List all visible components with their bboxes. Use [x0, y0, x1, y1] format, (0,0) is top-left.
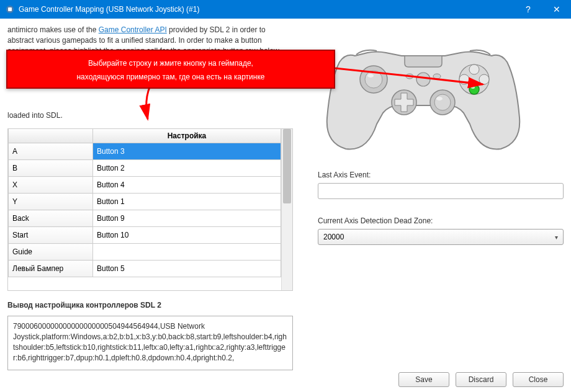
table-row[interactable]: BButton 2: [9, 160, 281, 177]
controller-image: [318, 31, 529, 155]
svg-point-14: [479, 74, 489, 84]
last-axis-label: Last Axis Event:: [318, 171, 564, 179]
row-label[interactable]: Y: [9, 194, 93, 210]
table-row[interactable]: StartButton 10: [9, 227, 281, 244]
api-link[interactable]: Game Controller API: [99, 25, 167, 34]
intro-pre: antimicro makes use of the: [7, 25, 99, 34]
dead-zone-label: Current Axis Detection Dead Zone:: [318, 216, 564, 225]
svg-point-17: [433, 74, 441, 79]
last-axis-input[interactable]: [318, 183, 564, 199]
app-icon: [5, 4, 15, 14]
row-value[interactable]: Button 2: [93, 160, 281, 177]
dialog-buttons: Save Discard Close: [398, 372, 564, 387]
close-window-button[interactable]: ✕: [542, 0, 571, 19]
help-button[interactable]: ?: [514, 0, 542, 19]
callout-line1: Выбирайте строку и жмите кнопку на геймп…: [88, 59, 253, 68]
row-label[interactable]: Back: [9, 210, 93, 227]
row-value[interactable]: [93, 244, 281, 261]
row-label[interactable]: B: [9, 160, 93, 177]
svg-point-8: [436, 97, 443, 100]
table-row[interactable]: Guide: [9, 244, 281, 261]
loaded-text: loaded into SDL.: [7, 111, 293, 120]
row-label[interactable]: Guide: [9, 244, 93, 261]
close-button[interactable]: Close: [513, 372, 564, 387]
row-value[interactable]: Button 10: [93, 227, 281, 244]
table-row[interactable]: YButton 1: [9, 194, 281, 210]
mapping-table-wrap: Настройка AButton 3BButton 2XButton 4YBu…: [7, 128, 293, 291]
svg-point-3: [365, 71, 382, 88]
mapping-table: Настройка AButton 3BButton 2XButton 4YBu…: [8, 129, 281, 277]
row-value[interactable]: Button 4: [93, 177, 281, 194]
row-label[interactable]: A: [9, 143, 93, 160]
window-title: Game Controller Mapping (USB Network Joy…: [19, 5, 514, 14]
row-value[interactable]: Button 5: [93, 261, 281, 277]
svg-point-4: [367, 74, 374, 78]
table-header-setting[interactable]: Настройка: [93, 129, 281, 143]
svg-point-16: [406, 74, 413, 79]
scrollbar-thumb[interactable]: [283, 129, 291, 203]
row-value[interactable]: Button 3: [93, 143, 281, 160]
row-label[interactable]: Левый Бампер: [9, 261, 93, 277]
table-header-blank[interactable]: [9, 129, 93, 143]
svg-point-10: [469, 65, 479, 74]
row-label[interactable]: Start: [9, 227, 93, 244]
table-row[interactable]: BackButton 9: [9, 210, 281, 227]
discard-button[interactable]: Discard: [456, 372, 506, 387]
row-value[interactable]: Button 1: [93, 194, 281, 210]
table-scrollbar[interactable]: [281, 129, 292, 290]
table-row[interactable]: Левый БамперButton 5: [9, 261, 281, 277]
svg-point-13: [471, 86, 475, 89]
svg-point-15: [416, 73, 430, 86]
table-row[interactable]: XButton 4: [9, 177, 281, 194]
instruction-callout: Выбирайте строку и жмите кнопку на геймп…: [6, 50, 335, 89]
callout-line2: находящуюся примерно там, где она есть н…: [76, 73, 264, 81]
dead-zone-value: 20000: [323, 233, 344, 241]
dead-zone-combo[interactable]: 20000: [318, 229, 564, 245]
output-label: Вывод настройщика контроллеров SDL 2: [7, 301, 293, 310]
save-button[interactable]: Save: [398, 372, 449, 387]
svg-point-11: [459, 74, 469, 84]
svg-rect-1: [8, 7, 12, 11]
row-label[interactable]: X: [9, 177, 93, 194]
svg-point-7: [434, 94, 451, 110]
titlebar: Game Controller Mapping (USB Network Joy…: [0, 0, 571, 19]
table-row[interactable]: AButton 3: [9, 143, 281, 160]
row-value[interactable]: Button 9: [93, 210, 281, 227]
sdl-output[interactable]: 79000600000000000000000504944564944,USB …: [7, 316, 293, 370]
svg-point-12: [469, 84, 479, 94]
